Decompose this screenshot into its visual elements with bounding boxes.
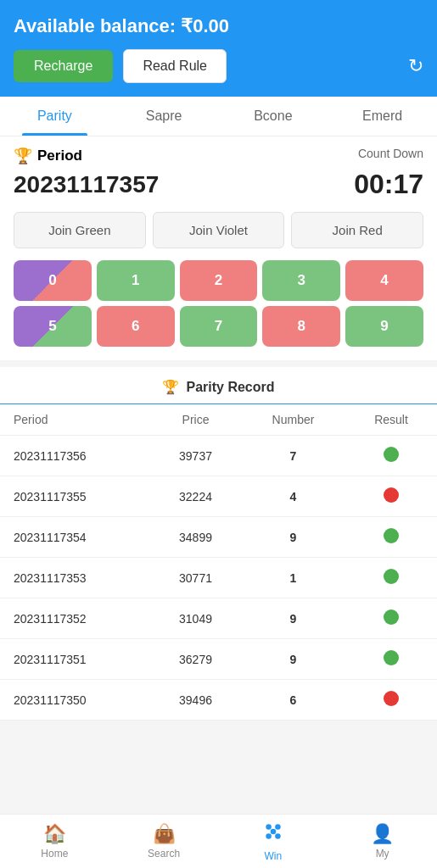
number-cell-1[interactable]: 1	[97, 260, 175, 301]
tab-sapre[interactable]: Sapre	[109, 97, 219, 136]
countdown-label: Count Down	[358, 147, 423, 160]
number-grid: 0 1 2 3 4 5 6 7 8 9	[14, 260, 423, 347]
cell-price: 39496	[150, 680, 241, 721]
number-cell-6[interactable]: 6	[97, 306, 175, 347]
cell-number: 1	[241, 558, 345, 598]
cell-price: 39737	[150, 436, 241, 476]
table-header-row: Period Price Number Result	[0, 404, 437, 436]
number-cell-3[interactable]: 3	[262, 260, 340, 301]
cell-period: 20231117352	[0, 598, 150, 639]
table-row: 20231117352310499	[0, 598, 437, 639]
header-actions: Recharge Read Rule ↻	[14, 49, 423, 83]
table-row: 20231117356397377	[0, 436, 437, 476]
record-section: 🏆 Parity Record Period Price Number Resu…	[0, 367, 437, 721]
cell-price: 31049	[150, 598, 241, 639]
balance-display: Available balance: ₹0.00	[14, 15, 423, 37]
number-cell-0[interactable]: 0	[14, 260, 92, 301]
join-buttons: Join Green Join Violet Join Red	[14, 212, 423, 248]
table-row: 20231117355322244	[0, 476, 437, 517]
tab-emerd[interactable]: Emerd	[328, 97, 437, 136]
cell-number: 4	[241, 476, 345, 517]
cell-result	[345, 680, 437, 721]
number-cell-9[interactable]: 9	[345, 306, 423, 347]
cell-number: 7	[241, 436, 345, 476]
read-rule-button[interactable]: Read Rule	[123, 49, 227, 83]
cell-period: 20231117355	[0, 476, 150, 517]
number-cell-5[interactable]: 5	[14, 306, 92, 347]
cell-result	[345, 558, 437, 598]
cell-number: 6	[241, 680, 345, 721]
nav-search-label: Search	[148, 848, 180, 860]
nav-my[interactable]: 👤 My	[328, 815, 437, 868]
table-row: 20231117351362799	[0, 639, 437, 680]
countdown-value: 00:17	[354, 169, 423, 200]
record-trophy-icon: 🏆	[162, 379, 179, 395]
nav-home-label: Home	[41, 848, 68, 860]
svg-point-4	[271, 829, 277, 835]
nav-my-label: My	[376, 848, 389, 860]
cell-period: 20231117351	[0, 639, 150, 680]
bottom-nav: 🏠 Home 👜 Search Win 👤 My	[0, 814, 437, 868]
number-cell-4[interactable]: 4	[345, 260, 423, 301]
join-green-button[interactable]: Join Green	[14, 212, 146, 248]
record-table: Period Price Number Result 2023111735639…	[0, 404, 437, 721]
my-icon: 👤	[371, 823, 394, 845]
nav-win-label: Win	[265, 850, 283, 862]
join-red-button[interactable]: Join Red	[291, 212, 423, 248]
cell-number: 9	[241, 639, 345, 680]
cell-period: 20231117350	[0, 680, 150, 721]
cell-number: 9	[241, 598, 345, 639]
period-label: 🏆 Period	[14, 147, 82, 165]
cell-period: 20231117354	[0, 517, 150, 558]
nav-search[interactable]: 👜 Search	[109, 815, 219, 868]
header: Available balance: ₹0.00 Recharge Read R…	[0, 0, 437, 97]
win-icon	[262, 821, 284, 848]
svg-point-3	[275, 833, 281, 839]
period-number: 20231117357	[14, 171, 159, 198]
cell-result	[345, 598, 437, 639]
number-cell-2[interactable]: 2	[180, 260, 258, 301]
table-row: 20231117350394966	[0, 680, 437, 721]
svg-point-1	[275, 824, 281, 830]
col-period: Period	[0, 404, 150, 436]
cell-result	[345, 476, 437, 517]
cell-price: 30771	[150, 558, 241, 598]
tab-bcone[interactable]: Bcone	[219, 97, 328, 136]
nav-home[interactable]: 🏠 Home	[0, 815, 109, 868]
join-violet-button[interactable]: Join Violet	[153, 212, 285, 248]
col-number: Number	[241, 404, 345, 436]
cell-period: 20231117353	[0, 558, 150, 598]
nav-win[interactable]: Win	[219, 815, 328, 868]
trophy-icon: 🏆	[14, 147, 32, 165]
svg-point-2	[266, 833, 272, 839]
table-row: 20231117354348999	[0, 517, 437, 558]
cell-result	[345, 517, 437, 558]
refresh-icon[interactable]: ↻	[408, 55, 423, 77]
number-cell-8[interactable]: 8	[262, 306, 340, 347]
home-icon: 🏠	[43, 823, 66, 845]
cell-price: 34899	[150, 517, 241, 558]
cell-price: 32224	[150, 476, 241, 517]
cell-number: 9	[241, 517, 345, 558]
record-header: 🏆 Parity Record	[0, 367, 437, 404]
search-icon: 👜	[153, 823, 176, 845]
cell-period: 20231117356	[0, 436, 150, 476]
table-row: 20231117353307711	[0, 558, 437, 598]
cell-price: 36279	[150, 639, 241, 680]
period-countdown-container: 20231117357 00:17	[14, 169, 423, 200]
tabs-bar: Parity Sapre Bcone Emerd	[0, 97, 437, 136]
svg-point-0	[266, 824, 272, 830]
recharge-button[interactable]: Recharge	[14, 50, 113, 82]
cell-result	[345, 436, 437, 476]
period-row: 🏆 Period Count Down	[14, 147, 423, 165]
game-area: 🏆 Period Count Down 20231117357 00:17 Jo…	[0, 136, 437, 360]
col-result: Result	[345, 404, 437, 436]
number-cell-7[interactable]: 7	[180, 306, 258, 347]
record-title: Parity Record	[186, 380, 274, 395]
tab-parity[interactable]: Parity	[0, 97, 109, 136]
col-price: Price	[150, 404, 241, 436]
cell-result	[345, 639, 437, 680]
